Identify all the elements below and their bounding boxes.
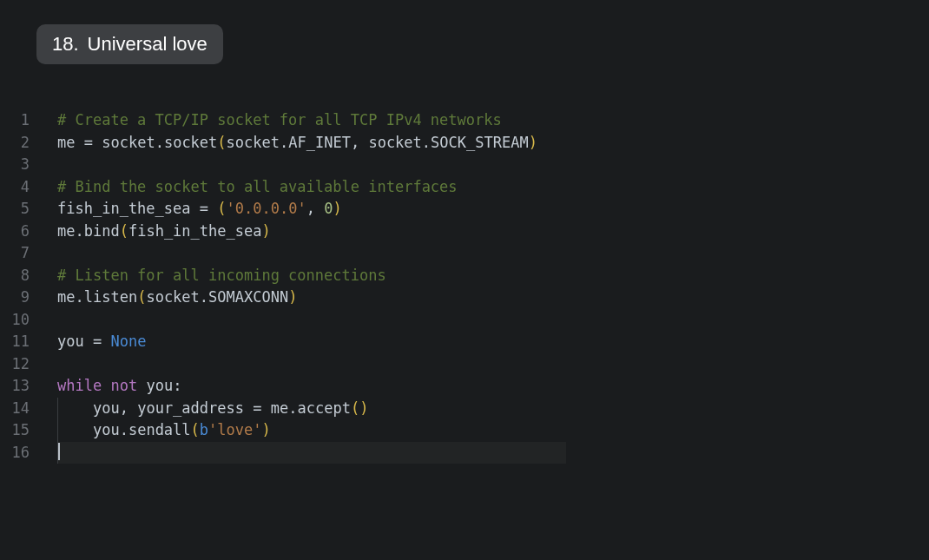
line-number: 4 bbox=[0, 176, 42, 199]
code-line[interactable]: 3 bbox=[0, 154, 929, 176]
line-number: 14 bbox=[0, 398, 42, 420]
line-number: 3 bbox=[0, 154, 42, 176]
code-content[interactable]: me.bind(fish_in_the_sea) bbox=[42, 221, 271, 243]
line-number: 13 bbox=[0, 375, 42, 398]
code-editor[interactable]: 1# Create a TCP/IP socket for all TCP IP… bbox=[0, 109, 929, 464]
indent-guide bbox=[57, 442, 58, 464]
code-line[interactable]: 7 bbox=[0, 242, 929, 265]
code-content[interactable]: fish_in_the_sea = ('0.0.0.0', 0) bbox=[42, 198, 342, 221]
code-line[interactable]: 4# Bind the socket to all available inte… bbox=[0, 176, 929, 199]
line-number: 15 bbox=[0, 419, 42, 442]
line-number: 12 bbox=[0, 353, 42, 376]
code-content[interactable] bbox=[42, 442, 60, 464]
code-line[interactable]: 1# Create a TCP/IP socket for all TCP IP… bbox=[0, 109, 929, 132]
slide-tag: 18. Universal love bbox=[36, 24, 223, 64]
code-line[interactable]: 12 bbox=[0, 353, 929, 376]
line-number: 9 bbox=[0, 287, 42, 309]
code-line[interactable]: 2me = socket.socket(socket.AF_INET, sock… bbox=[0, 132, 929, 155]
slide-number: 18. bbox=[52, 33, 79, 56]
code-line[interactable]: 9me.listen(socket.SOMAXCONN) bbox=[0, 287, 929, 309]
slide-title: Universal love bbox=[88, 33, 208, 56]
code-content[interactable]: you, your_address = me.accept() bbox=[42, 398, 368, 420]
code-content[interactable]: # Listen for all incoming connections bbox=[42, 265, 386, 287]
code-line[interactable]: 13while not you: bbox=[0, 375, 929, 398]
line-number: 8 bbox=[0, 265, 42, 287]
text-cursor bbox=[58, 443, 60, 460]
line-number: 7 bbox=[0, 242, 42, 265]
code-line[interactable]: 10 bbox=[0, 309, 929, 332]
code-content[interactable]: me.listen(socket.SOMAXCONN) bbox=[42, 287, 297, 309]
code-content[interactable]: me = socket.socket(socket.AF_INET, socke… bbox=[42, 132, 537, 155]
code-line[interactable]: 5fish_in_the_sea = ('0.0.0.0', 0) bbox=[0, 198, 929, 221]
code-content[interactable]: you = None bbox=[42, 331, 146, 353]
code-line[interactable]: 11you = None bbox=[0, 331, 929, 353]
code-line[interactable]: 6me.bind(fish_in_the_sea) bbox=[0, 221, 929, 243]
code-line[interactable]: 15 you.sendall(b'love') bbox=[0, 419, 929, 442]
code-line[interactable]: 8# Listen for all incoming connections bbox=[0, 265, 929, 287]
line-number: 11 bbox=[0, 331, 42, 353]
line-number: 5 bbox=[0, 198, 42, 221]
code-content[interactable]: you.sendall(b'love') bbox=[42, 419, 271, 442]
code-content[interactable]: # Create a TCP/IP socket for all TCP IPv… bbox=[42, 109, 502, 132]
code-content[interactable]: while not you: bbox=[42, 375, 181, 398]
active-line-highlight bbox=[57, 442, 566, 464]
indent-guide bbox=[57, 398, 58, 420]
line-number: 2 bbox=[0, 132, 42, 155]
line-number: 1 bbox=[0, 109, 42, 132]
indent-guide bbox=[57, 419, 58, 442]
line-number: 10 bbox=[0, 309, 42, 332]
code-line[interactable]: 14 you, your_address = me.accept() bbox=[0, 398, 929, 420]
code-line[interactable]: 16 bbox=[0, 442, 929, 464]
line-number: 6 bbox=[0, 221, 42, 243]
code-content[interactable]: # Bind the socket to all available inter… bbox=[42, 176, 458, 199]
line-number: 16 bbox=[0, 442, 42, 464]
